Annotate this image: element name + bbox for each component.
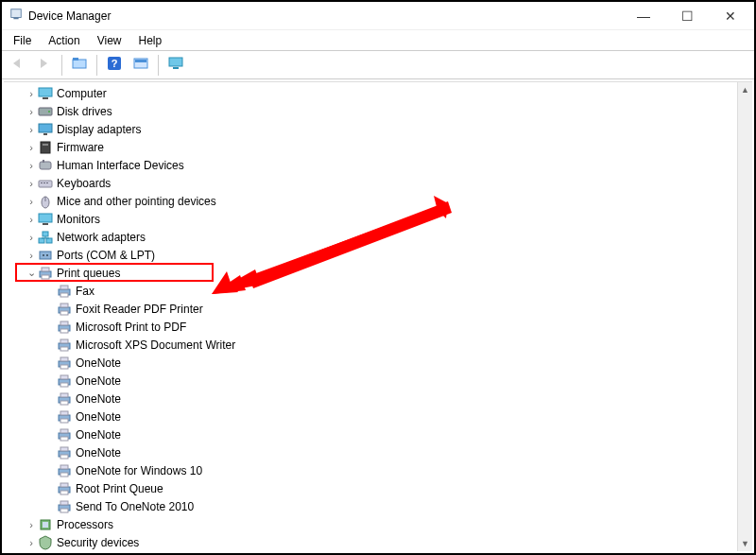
- expand-icon[interactable]: ›: [25, 88, 38, 99]
- menu-action[interactable]: Action: [41, 32, 87, 49]
- tree-node-label: Ports (COM & LPT): [57, 249, 155, 262]
- tree-node-label: Mice and other pointing devices: [57, 195, 216, 208]
- device-tree[interactable]: ›Computer›Disk drives›Display adapters›F…: [4, 82, 737, 551]
- svg-rect-54: [60, 357, 68, 361]
- tree-node[interactable]: Microsoft Print to PDF: [4, 318, 737, 336]
- expand-icon[interactable]: ›: [25, 519, 38, 530]
- menu-help[interactable]: Help: [131, 32, 170, 49]
- expand-icon[interactable]: ›: [25, 250, 38, 261]
- mouse-icon: [38, 194, 53, 209]
- svg-rect-63: [60, 411, 68, 415]
- svg-rect-49: [60, 329, 68, 333]
- printer-icon: [57, 302, 72, 317]
- printer-icon: [57, 481, 72, 496]
- expand-icon[interactable]: ›: [25, 106, 38, 117]
- maximize-button[interactable]: ☐: [665, 3, 709, 29]
- tree-node[interactable]: OneNote: [4, 372, 737, 390]
- tree-node[interactable]: ›Human Interface Devices: [4, 156, 737, 174]
- tree-node[interactable]: ›Processors: [4, 515, 737, 533]
- scrollbar-track[interactable]: [738, 97, 752, 536]
- tree-node-label: Root Print Queue: [76, 482, 163, 495]
- tree-node[interactable]: OneNote: [4, 425, 737, 443]
- svg-rect-45: [60, 304, 68, 307]
- expand-icon[interactable]: ›: [25, 196, 38, 207]
- tree-node-label: OneNote: [76, 392, 121, 406]
- svg-rect-31: [46, 238, 52, 243]
- tree-node-label: Foxit Reader PDF Printer: [76, 303, 203, 316]
- svg-rect-1: [13, 18, 18, 20]
- scroll-up-arrow-icon[interactable]: ▲: [738, 82, 752, 97]
- tree-node-label: Monitors: [57, 213, 100, 226]
- svg-rect-64: [60, 419, 68, 423]
- printer-icon: [57, 499, 72, 514]
- tree-node[interactable]: ›Ports (COM & LPT): [4, 246, 737, 264]
- computer-icon: [38, 86, 53, 101]
- tree-node[interactable]: Foxit Reader PDF Printer: [4, 300, 737, 318]
- tree-node[interactable]: OneNote for Windows 10: [4, 461, 737, 479]
- tree-node[interactable]: ›Display adapters: [4, 120, 737, 138]
- scan-button[interactable]: [129, 54, 153, 77]
- svg-rect-17: [43, 133, 47, 135]
- menu-view[interactable]: View: [90, 32, 129, 49]
- svg-rect-57: [60, 375, 68, 379]
- devices-button[interactable]: [163, 54, 188, 77]
- svg-text:?: ?: [112, 58, 118, 69]
- expand-icon[interactable]: ›: [25, 232, 38, 243]
- folder-icon: [72, 57, 87, 73]
- tree-node[interactable]: Send To OneNote 2010: [4, 497, 737, 515]
- tree-node[interactable]: ›Mice and other pointing devices: [4, 192, 737, 210]
- svg-rect-75: [60, 483, 68, 487]
- tree-node[interactable]: ›Monitors: [4, 210, 737, 228]
- expand-icon[interactable]: ›: [25, 160, 38, 171]
- tree-node[interactable]: ›Disk drives: [4, 102, 737, 120]
- svg-rect-23: [41, 182, 43, 183]
- tree-node-label: OneNote: [76, 446, 121, 460]
- printer-icon: [38, 266, 53, 281]
- printer-icon: [57, 356, 72, 371]
- vertical-scrollbar[interactable]: ▲ ▼: [737, 82, 752, 551]
- tree-node[interactable]: ›Computer: [4, 84, 737, 102]
- scroll-down-arrow-icon[interactable]: ▼: [738, 536, 752, 551]
- svg-rect-69: [60, 447, 68, 451]
- firmware-icon: [38, 140, 53, 155]
- collapse-icon[interactable]: ⌄: [25, 267, 38, 279]
- tree-node[interactable]: OneNote: [4, 443, 737, 461]
- svg-rect-60: [60, 393, 68, 397]
- expand-icon[interactable]: ›: [25, 537, 38, 548]
- tree-pane: ›Computer›Disk drives›Display adapters›F…: [4, 81, 752, 551]
- tree-node[interactable]: ›Security devices: [4, 533, 737, 551]
- tree-node[interactable]: OneNote: [4, 354, 737, 372]
- tree-node[interactable]: OneNote: [4, 390, 737, 408]
- display-icon: [38, 122, 53, 137]
- svg-rect-78: [60, 501, 68, 505]
- expand-icon[interactable]: ›: [25, 124, 38, 135]
- tree-node[interactable]: ›Network adapters: [4, 228, 737, 246]
- svg-rect-39: [42, 268, 49, 271]
- tree-node-label: Send To OneNote 2010: [76, 500, 194, 513]
- svg-rect-0: [11, 9, 22, 18]
- monitor-icon: [38, 212, 53, 227]
- minimize-button[interactable]: —: [622, 3, 665, 29]
- expand-icon[interactable]: ›: [25, 142, 38, 153]
- tree-node[interactable]: ⌄Print queues: [4, 264, 737, 282]
- tree-node[interactable]: Fax: [4, 282, 737, 300]
- tree-node[interactable]: ›Keyboards: [4, 174, 737, 192]
- tree-node[interactable]: Root Print Queue: [4, 479, 737, 497]
- svg-rect-32: [43, 232, 48, 236]
- printer-icon: [57, 409, 72, 425]
- tree-node-label: Human Interface Devices: [57, 159, 184, 172]
- show-hidden-button[interactable]: [67, 54, 92, 77]
- svg-rect-66: [60, 429, 68, 433]
- tree-node[interactable]: OneNote: [4, 408, 737, 425]
- svg-rect-76: [60, 491, 68, 494]
- printer-icon: [57, 338, 72, 353]
- keyboard-icon: [38, 176, 53, 191]
- tree-node[interactable]: ›Firmware: [4, 138, 737, 156]
- expand-icon[interactable]: ›: [25, 214, 38, 225]
- svg-rect-11: [173, 67, 179, 69]
- tree-node[interactable]: Microsoft XPS Document Writer: [4, 336, 737, 354]
- expand-icon[interactable]: ›: [25, 178, 38, 189]
- close-button[interactable]: ✕: [709, 3, 752, 29]
- menu-file[interactable]: File: [6, 32, 39, 49]
- help-button[interactable]: ?: [102, 54, 127, 77]
